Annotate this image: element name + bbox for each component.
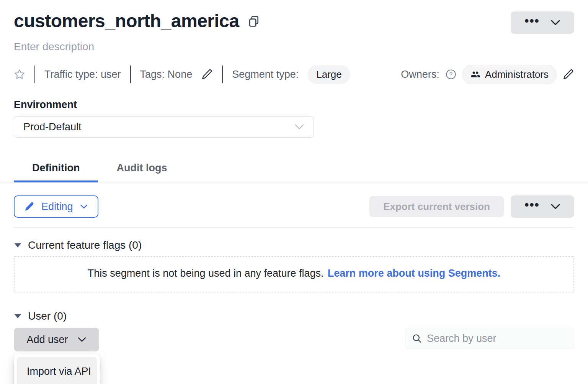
feature-flags-empty-state: This segment is not being used in any fe… [14, 256, 574, 292]
add-user-dropdown-menu: Import via API [14, 354, 100, 384]
segment-type-badge: Large [308, 65, 350, 84]
chevron-down-icon [294, 123, 304, 130]
chevron-down-icon [77, 336, 87, 343]
star-icon[interactable] [14, 69, 25, 80]
meta-divider [34, 66, 35, 83]
chevron-down-icon [80, 204, 88, 209]
pencil-icon [24, 202, 34, 212]
definition-more-actions-button[interactable]: ••• [511, 195, 574, 218]
editing-label: Editing [41, 201, 73, 213]
copy-icon[interactable] [248, 15, 260, 27]
tags-label: Tags: None [140, 69, 193, 80]
owners-label: Owners: [401, 69, 439, 80]
search-icon [412, 333, 422, 344]
menu-item-import-via-api[interactable]: Import via API [17, 357, 97, 384]
edit-owners-icon[interactable] [563, 69, 574, 80]
owners-value: Administrators [485, 69, 549, 80]
environment-selected-value: Prod-Default [23, 121, 82, 133]
segment-detail-page: customers_north_america ••• Enter descri… [0, 0, 588, 351]
environment-select[interactable]: Prod-Default [14, 116, 314, 138]
meta-divider [130, 66, 131, 83]
triangle-down-icon [14, 242, 22, 248]
people-icon [470, 69, 480, 79]
description-placeholder[interactable]: Enter description [14, 41, 574, 53]
tab-bar: Definition Audit logs [0, 153, 588, 182]
svg-text:?: ? [449, 71, 452, 77]
header-more-actions-button[interactable]: ••• [511, 11, 574, 34]
user-section: User (0) Add user Import via API [14, 310, 574, 351]
empty-state-message: This segment is not being used in any fe… [88, 267, 324, 279]
export-version-button[interactable]: Export current version [369, 196, 504, 217]
user-heading: User (0) [28, 310, 67, 322]
toolbar-divider [14, 227, 574, 228]
learn-more-link[interactable]: Learn more about using Segments. [328, 267, 501, 279]
triangle-down-icon [14, 313, 22, 319]
header: customers_north_america ••• [14, 11, 574, 34]
search-input[interactable] [427, 333, 568, 345]
user-section-toggle[interactable]: User (0) [14, 310, 574, 322]
feature-flags-section: Current feature flags (0) This segment i… [14, 239, 574, 292]
environment-section: Environment Prod-Default [14, 99, 574, 138]
editing-status-button[interactable]: Editing [14, 195, 98, 218]
ellipsis-icon: ••• [524, 202, 540, 212]
owners-group: Owners: ? Administrators [401, 65, 574, 84]
edit-tags-icon[interactable] [201, 69, 213, 80]
page-title: customers_north_america [14, 11, 239, 31]
add-user-button[interactable]: Add user [14, 328, 99, 351]
meta-divider [222, 66, 223, 83]
tab-audit-logs[interactable]: Audit logs [98, 153, 185, 182]
chevron-down-icon [550, 19, 560, 26]
ellipsis-icon: ••• [524, 18, 540, 28]
feature-flags-heading: Current feature flags (0) [28, 239, 142, 251]
traffic-type-label: Traffic type: user [44, 69, 121, 80]
add-user-label: Add user [26, 334, 68, 346]
user-toolbar: Add user Import via API [14, 328, 574, 351]
definition-toolbar: Editing Export current version ••• [14, 195, 574, 218]
meta-row: Traffic type: user Tags: None Segment ty… [14, 65, 574, 84]
chevron-down-icon [550, 203, 560, 210]
tab-definition[interactable]: Definition [14, 153, 98, 182]
owners-badge[interactable]: Administrators [462, 65, 557, 84]
feature-flags-section-toggle[interactable]: Current feature flags (0) [14, 239, 574, 251]
help-icon[interactable]: ? [446, 69, 456, 80]
environment-label: Environment [14, 99, 574, 111]
user-search [405, 328, 574, 349]
segment-type-label: Segment type: [232, 69, 299, 80]
